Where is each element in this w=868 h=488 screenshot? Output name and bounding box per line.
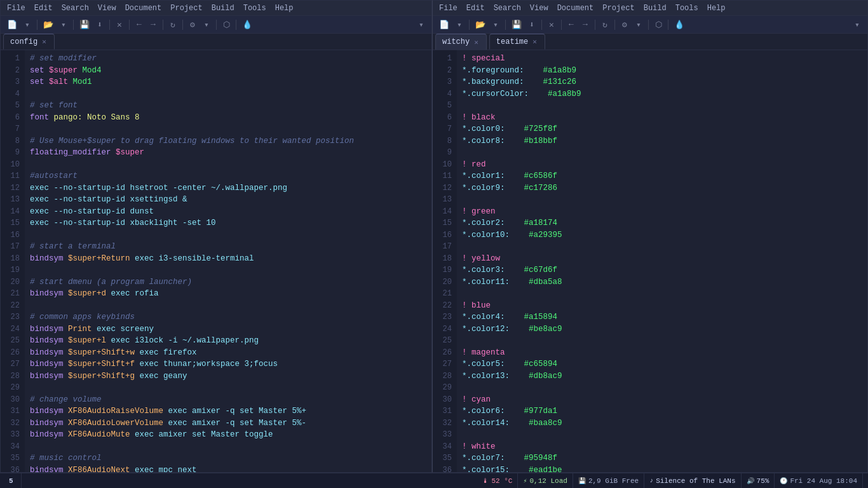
status-workspace[interactable]: 5: [5, 473, 22, 488]
code-line: bindsym XF86AudioRaiseVolume exec amixer…: [30, 405, 426, 417]
code-line: *.color13: #db8ac9: [462, 370, 862, 383]
left-tab-config-close[interactable]: ✕: [41, 37, 48, 46]
music-icon: ♪: [649, 477, 653, 484]
code-line: *.color9: #c17286: [462, 182, 862, 194]
right-tab-witchy[interactable]: witchy ✕: [435, 34, 487, 50]
right-code-area[interactable]: ! special*.foreground: #a1a8b9*.backgrou…: [457, 50, 867, 472]
code-line: exec --no-startup-id xsettingsd &: [30, 194, 426, 206]
left-menu-document[interactable]: Document: [121, 3, 166, 14]
right-color-btn[interactable]: 💧: [672, 18, 687, 31]
right-new-dropdown-btn[interactable]: ▾: [453, 18, 466, 31]
right-more-btn[interactable]: ▾: [851, 18, 864, 31]
right-open-dropdown-btn[interactable]: ▾: [489, 18, 502, 31]
right-menu-build[interactable]: Build: [640, 3, 670, 14]
right-save-btn[interactable]: 💾: [509, 18, 524, 31]
color-btn[interactable]: 💧: [240, 18, 255, 31]
right-redo-btn[interactable]: →: [579, 18, 592, 30]
new-dropdown-btn[interactable]: ▾: [21, 18, 34, 31]
right-tab-witchy-close[interactable]: ✕: [473, 38, 480, 46]
left-menu-help[interactable]: Help: [271, 3, 297, 14]
code-line: [30, 441, 426, 453]
code-line: [30, 123, 426, 135]
new-file-btn[interactable]: 📄: [4, 18, 20, 31]
right-menu-file[interactable]: File: [435, 3, 461, 14]
right-undo-btn[interactable]: ←: [565, 18, 578, 30]
status-date-value: Fri 24 Aug 18:04: [790, 477, 857, 485]
code-line: ! blue: [462, 300, 862, 312]
save-all-btn[interactable]: ⬇: [93, 18, 106, 31]
left-menu-edit[interactable]: Edit: [31, 3, 57, 14]
code-line: *.color12: #be8ac9: [462, 323, 862, 336]
undo-btn[interactable]: ←: [133, 18, 146, 30]
code-line: ! yellow: [462, 253, 862, 265]
code-line: bindsym $super+Shift+w exec firefox: [30, 347, 426, 359]
load-icon: ⚡: [523, 477, 527, 485]
right-menu-document[interactable]: Document: [553, 3, 598, 14]
code-line: ! green: [462, 206, 862, 218]
right-menu-edit[interactable]: Edit: [463, 3, 489, 14]
left-tab-config[interactable]: config ✕: [3, 34, 55, 50]
right-tab-teatime[interactable]: teatime ✕: [489, 34, 545, 50]
code-line: *.background: #131c26: [462, 76, 862, 88]
right-refresh-btn[interactable]: ↻: [599, 18, 611, 31]
code-line: set $super Mod4: [30, 65, 426, 77]
right-settings-dropdown-btn[interactable]: ▾: [632, 18, 645, 31]
code-line: bindsym XF86AudioMute exec amixer set Ma…: [30, 429, 426, 441]
close-btn[interactable]: ✕: [113, 18, 126, 31]
right-menu-view[interactable]: View: [526, 3, 552, 14]
left-menu-view[interactable]: View: [94, 3, 120, 14]
left-code-area[interactable]: # set modifierset $super Mod4set $alt Mo…: [25, 50, 431, 472]
right-extra-btn[interactable]: ⬡: [652, 18, 665, 31]
right-menu-search[interactable]: Search: [490, 3, 525, 14]
code-line: # set font: [30, 100, 426, 112]
thermometer-icon: 🌡: [482, 477, 489, 485]
code-line: bindsym $super+d exec rofia: [30, 288, 426, 300]
right-tab-teatime-close[interactable]: ✕: [531, 37, 538, 46]
code-line: [462, 194, 862, 206]
left-menu-project[interactable]: Project: [166, 3, 206, 14]
right-new-file-btn[interactable]: 📄: [437, 18, 452, 31]
right-menu-project[interactable]: Project: [599, 3, 638, 14]
code-line: [462, 147, 862, 159]
right-toolbar-sep-3: [541, 20, 542, 30]
status-temp-value: 52 °C: [491, 477, 512, 485]
left-menu-search[interactable]: Search: [58, 3, 93, 14]
code-line: *.color14: #baa8c9: [462, 417, 862, 430]
more-btn[interactable]: ▾: [415, 18, 428, 31]
right-open-btn[interactable]: 📂: [473, 18, 488, 31]
open-btn[interactable]: 📂: [41, 18, 56, 31]
code-line: *.color4: #a15894: [462, 311, 862, 323]
right-editor-pane: File Edit Search View Document Project B…: [432, 0, 868, 473]
settings-btn[interactable]: ⚙: [186, 18, 199, 31]
toolbar-sep-2: [73, 20, 74, 30]
right-close-btn[interactable]: ✕: [545, 18, 558, 31]
left-menu-tools[interactable]: Tools: [240, 3, 270, 14]
extra-btn[interactable]: ⬡: [220, 18, 233, 31]
code-line: [462, 288, 862, 300]
code-line: # change volume: [30, 394, 426, 406]
refresh-btn[interactable]: ↻: [166, 18, 179, 31]
code-line: ! cyan: [462, 394, 862, 406]
left-menu-file[interactable]: File: [3, 3, 29, 14]
status-vol-value: 75%: [757, 477, 770, 485]
right-line-numbers: 1234567891011121314151617181920212223242…: [433, 50, 457, 472]
right-save-all-btn[interactable]: ⬇: [526, 18, 538, 31]
right-editor-content: 1234567891011121314151617181920212223242…: [433, 50, 867, 472]
code-line: [30, 88, 426, 100]
left-line-numbers: 1234567891011121314151617181920212223242…: [1, 50, 25, 472]
right-toolbar-sep-7: [648, 20, 649, 30]
open-dropdown-btn[interactable]: ▾: [57, 18, 70, 31]
code-line: font pango: Noto Sans 8: [30, 112, 426, 124]
right-settings-btn[interactable]: ⚙: [618, 18, 631, 31]
toolbar-sep-7: [216, 20, 217, 30]
status-load-value: 0,12 Load: [529, 477, 567, 485]
save-btn[interactable]: 💾: [77, 18, 92, 31]
code-line: floating_modifier $super: [30, 147, 426, 159]
redo-btn[interactable]: →: [147, 18, 159, 30]
code-line: set $alt Mod1: [30, 76, 426, 88]
right-menu-help[interactable]: Help: [703, 3, 729, 14]
right-menu-tools[interactable]: Tools: [672, 3, 702, 14]
left-menu-build[interactable]: Build: [208, 3, 238, 14]
code-line: [462, 335, 862, 347]
settings-dropdown-btn[interactable]: ▾: [200, 18, 213, 31]
